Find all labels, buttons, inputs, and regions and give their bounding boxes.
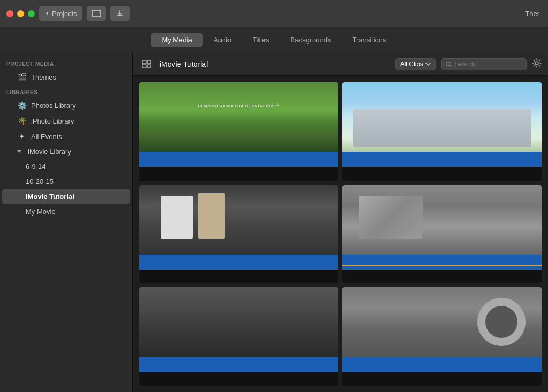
- sidebar: PROJECT MEDIA 🎬 Themes LIBRARIES ⚙️ Phot…: [0, 52, 133, 392]
- search-icon: [446, 61, 452, 67]
- clips-filter-label: All Clips: [400, 60, 423, 68]
- sidebar-item-date2[interactable]: 10-20-15: [2, 174, 130, 189]
- media-item-3[interactable]: [139, 185, 338, 283]
- date2-label: 10-20-15: [26, 178, 54, 186]
- sidebar-item-imovie-library[interactable]: iMovie Library: [2, 144, 130, 159]
- filmstrip-icon-button[interactable]: ♪: [87, 6, 106, 21]
- content-header: iMovie Tutorial All Clips: [133, 52, 548, 76]
- orange-progress-line: [342, 265, 542, 266]
- thumbnail-5: [139, 287, 338, 357]
- imovie-library-label: iMovie Library: [28, 148, 71, 156]
- tab-backgrounds[interactable]: Backgrounds: [280, 33, 342, 47]
- my-movie-label: My Movie: [26, 207, 56, 216]
- svg-marker-0: [46, 11, 48, 16]
- sidebar-item-my-movie[interactable]: My Movie: [2, 204, 130, 219]
- download-icon: [116, 10, 124, 17]
- project-media-header: PROJECT MEDIA: [0, 57, 132, 69]
- iphoto-library-label: iPhoto Library: [31, 117, 74, 125]
- media-item-6[interactable]: [342, 287, 542, 386]
- tab-my-media[interactable]: My Media: [151, 33, 202, 47]
- titlebar-title: Ther: [525, 10, 539, 18]
- tab-transitions[interactable]: Transitions: [341, 33, 397, 47]
- download-button[interactable]: [110, 6, 130, 21]
- traffic-lights: [6, 10, 35, 17]
- tab-titles[interactable]: Titles: [242, 33, 280, 47]
- sidebar-item-imovie-tutorial[interactable]: iMovie Tutorial: [2, 189, 130, 204]
- dropdown-chevron-icon: [425, 62, 431, 66]
- all-events-icon: ✦: [17, 132, 27, 141]
- thumbnail-1: [139, 82, 338, 152]
- date1-label: 6-9-14: [26, 163, 46, 171]
- sidebar-item-all-events[interactable]: ✦ All Events: [2, 129, 130, 144]
- themes-icon: 🎬: [17, 73, 27, 81]
- tab-audio[interactable]: Audio: [203, 33, 242, 47]
- media-bar-2: [342, 152, 542, 167]
- settings-gear-button[interactable]: [532, 58, 542, 70]
- libraries-header: LIBRARIES: [0, 85, 132, 97]
- minimize-button[interactable]: [17, 10, 24, 17]
- grid-view-button[interactable]: [139, 57, 154, 72]
- filmstrip-icon: ♪: [92, 10, 101, 17]
- sidebar-item-iphoto-library[interactable]: 🌴 iPhoto Library: [2, 113, 130, 128]
- tabbar: My Media Audio Titles Backgrounds Transi…: [0, 27, 548, 52]
- svg-rect-3: [92, 10, 93, 11]
- content-title: iMovie Tutorial: [159, 60, 390, 68]
- gear-icon: [532, 58, 542, 68]
- svg-rect-6: [100, 16, 101, 17]
- svg-point-13: [535, 62, 538, 65]
- svg-rect-8: [142, 60, 146, 64]
- titlebar: Projects ♪ Ther: [0, 0, 548, 27]
- svg-rect-11: [147, 65, 151, 68]
- media-bar-4: [342, 255, 542, 270]
- clips-filter-dropdown[interactable]: All Clips: [395, 58, 436, 70]
- media-bar-5: [139, 357, 338, 372]
- search-bar[interactable]: [441, 58, 527, 70]
- thumbnail-6: [342, 287, 542, 357]
- iphoto-icon: 🌴: [17, 117, 27, 125]
- thumbnail-3: [139, 185, 338, 255]
- svg-rect-10: [142, 65, 146, 68]
- imovie-tutorial-label: iMovie Tutorial: [26, 193, 74, 201]
- close-button[interactable]: [6, 10, 13, 17]
- sidebar-item-themes[interactable]: 🎬 Themes: [2, 70, 130, 84]
- sidebar-item-photos-library[interactable]: ⚙️ Photos Library: [2, 98, 130, 113]
- media-bar-1: [139, 152, 338, 167]
- expand-arrow-icon: [17, 150, 21, 153]
- maximize-button[interactable]: [28, 10, 35, 17]
- svg-rect-9: [147, 60, 151, 64]
- chevron-left-icon: [44, 11, 50, 16]
- content-area: iMovie Tutorial All Clips: [133, 52, 548, 392]
- back-button-label: Projects: [52, 10, 77, 18]
- media-bar-6: [342, 357, 542, 372]
- themes-label: Themes: [31, 73, 56, 81]
- thumbnail-4: [342, 185, 542, 255]
- media-item-5[interactable]: [139, 287, 338, 386]
- all-events-label: All Events: [31, 133, 62, 141]
- sidebar-item-date1[interactable]: 6-9-14: [2, 159, 130, 174]
- photos-library-label: Photos Library: [31, 102, 76, 110]
- thumbnail-2: [342, 82, 542, 152]
- media-item-4[interactable]: [342, 185, 542, 283]
- media-grid: [133, 76, 548, 392]
- svg-text:♪: ♪: [98, 11, 101, 15]
- svg-rect-5: [92, 16, 93, 17]
- media-bar-3: [139, 255, 338, 270]
- media-item-1[interactable]: [139, 82, 338, 181]
- main-area: PROJECT MEDIA 🎬 Themes LIBRARIES ⚙️ Phot…: [0, 52, 548, 392]
- media-item-2[interactable]: [342, 82, 542, 181]
- photos-icon: ⚙️: [17, 101, 27, 110]
- back-projects-button[interactable]: Projects: [39, 6, 82, 21]
- grid-icon: [142, 60, 151, 68]
- search-input[interactable]: [455, 60, 522, 68]
